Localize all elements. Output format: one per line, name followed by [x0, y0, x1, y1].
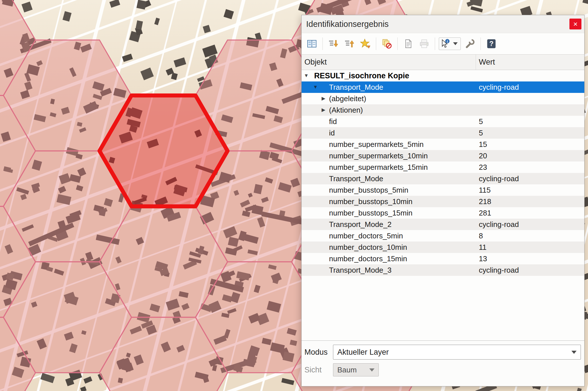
- toolbar-separator: [435, 37, 435, 50]
- clear-results-icon: [382, 39, 392, 49]
- copy-feature-button[interactable]: [401, 37, 415, 51]
- panel-toolbar: i ?: [302, 33, 584, 55]
- expand-all-button[interactable]: [326, 37, 340, 51]
- close-button[interactable]: ×: [569, 19, 581, 29]
- attribute-value: 115: [476, 184, 584, 196]
- attribute-row[interactable]: Transport_Mode cycling-road: [302, 173, 584, 184]
- attribute-row[interactable]: fid 5: [302, 116, 584, 127]
- clear-results-button[interactable]: [380, 37, 394, 51]
- expand-icon[interactable]: ▶: [322, 96, 325, 101]
- attribute-row[interactable]: number_supermarkets_15min 23: [302, 161, 584, 173]
- sicht-label: Sicht: [304, 366, 333, 374]
- attribute-row[interactable]: number_busstops_15min 281: [302, 207, 584, 219]
- identify-results-panel: Identifikationsergebnis ×: [301, 15, 585, 386]
- modus-row: Modus Aktueller Layer: [304, 345, 581, 360]
- copy-icon: [403, 39, 413, 49]
- sicht-row: Sicht Baum: [304, 363, 581, 376]
- toolbar-separator: [376, 37, 376, 50]
- collapse-all-icon: [344, 39, 354, 49]
- identify-dropdown-caret[interactable]: [453, 42, 458, 45]
- feature-label: Transport_Mode: [329, 83, 383, 92]
- wrench-icon: [465, 39, 475, 49]
- results-tree: ▼ RESULT_isochrone Kopie ▼ Transport_Mod…: [302, 70, 584, 276]
- attribute-row[interactable]: number_busstops_5min 115: [302, 184, 584, 196]
- attribute-value: 13: [476, 253, 584, 264]
- attribute-row[interactable]: Transport_Mode_3 cycling-road: [302, 264, 584, 276]
- identify-cursor-icon: i: [440, 39, 450, 49]
- attribute-value: 281: [476, 207, 584, 219]
- print-button: [417, 37, 431, 51]
- group-label: (Aktionen): [329, 106, 363, 115]
- actions-group-row[interactable]: ▶ (Aktionen): [302, 104, 584, 116]
- column-header-wert[interactable]: Wert: [476, 55, 584, 70]
- selected-feature-row[interactable]: ▼ Transport_Mode cycling-road: [302, 81, 584, 93]
- toolbar-separator: [481, 37, 481, 50]
- expand-new-results-button[interactable]: [358, 37, 372, 51]
- attribute-name: number_doctors_10min: [329, 243, 407, 252]
- results-empty-area: [302, 276, 584, 340]
- layer-name: RESULT_isochrone Kopie: [314, 71, 409, 80]
- attribute-value: 11: [476, 242, 584, 253]
- attribute-value: 20: [476, 150, 584, 161]
- attribute-row[interactable]: number_doctors_5min 8: [302, 230, 584, 242]
- modus-label: Modus: [304, 348, 333, 357]
- derived-group-row[interactable]: ▶ (abgeleitet): [302, 93, 584, 104]
- printer-icon: [419, 39, 429, 49]
- attribute-row[interactable]: number_supermarkets_5min 15: [302, 139, 584, 150]
- attribute-row[interactable]: id 5: [302, 127, 584, 139]
- sicht-combobox[interactable]: Baum: [333, 363, 379, 376]
- modus-combobox[interactable]: Aktueller Layer: [333, 345, 581, 360]
- attribute-row[interactable]: number_doctors_15min 13: [302, 253, 584, 264]
- chevron-down-icon: [571, 351, 577, 354]
- sicht-value: Baum: [337, 366, 369, 374]
- expand-icon[interactable]: ▶: [322, 107, 325, 112]
- attribute-row[interactable]: number_supermarkets_10min 20: [302, 150, 584, 161]
- attribute-value: 5: [476, 127, 584, 139]
- form-view-icon: [307, 39, 317, 49]
- attribute-value: 15: [476, 139, 584, 150]
- column-header-objekt[interactable]: Objekt: [302, 55, 476, 70]
- attribute-name: Transport_Mode_3: [329, 266, 392, 275]
- open-form-button[interactable]: [305, 37, 319, 51]
- attribute-name: number_supermarkets_5min: [329, 140, 424, 149]
- star-icon: [360, 39, 370, 49]
- modus-value: Aktueller Layer: [337, 348, 571, 357]
- attribute-name: number_supermarkets_15min: [329, 163, 428, 172]
- attribute-name: number_busstops_10min: [329, 197, 412, 206]
- attribute-name: number_busstops_5min: [329, 186, 408, 195]
- attribute-value: cycling-road: [476, 219, 584, 230]
- attribute-value: cycling-road: [476, 264, 584, 276]
- help-icon: ?: [486, 39, 497, 49]
- group-label: (abgeleitet): [329, 94, 366, 103]
- attribute-value: 5: [476, 116, 584, 127]
- toolbar-separator: [322, 37, 323, 50]
- panel-titlebar[interactable]: Identifikationsergebnis ×: [302, 15, 584, 33]
- collapse-all-button[interactable]: [342, 37, 356, 51]
- qgis-screen: Identifikationsergebnis ×: [0, 0, 588, 391]
- attribute-name: number_supermarkets_10min: [329, 151, 428, 160]
- panel-footer: Modus Aktueller Layer Sicht Baum: [302, 340, 584, 386]
- attribute-name: number_doctors_15min: [329, 254, 407, 263]
- toolbar-separator: [397, 37, 398, 50]
- attribute-name: Transport_Mode_2: [329, 220, 392, 229]
- svg-text:?: ?: [489, 40, 494, 47]
- chevron-down-icon: [369, 368, 374, 372]
- attribute-name: fid: [329, 117, 337, 126]
- attribute-row[interactable]: number_busstops_10min 218: [302, 196, 584, 207]
- panel-title: Identifikationsergebnis: [306, 19, 569, 29]
- attribute-name: id: [329, 129, 335, 137]
- feature-value: cycling-road: [476, 81, 584, 93]
- collapse-icon[interactable]: ▼: [304, 73, 309, 78]
- attribute-name: Transport_Mode: [329, 174, 383, 183]
- identify-mode-button[interactable]: i: [439, 37, 461, 50]
- attribute-value: cycling-road: [476, 173, 584, 184]
- attribute-row[interactable]: number_doctors_10min 11: [302, 242, 584, 253]
- layer-row[interactable]: ▼ RESULT_isochrone Kopie: [302, 70, 584, 81]
- attribute-value: 218: [476, 196, 584, 207]
- identify-settings-button[interactable]: [463, 37, 477, 51]
- attribute-value: 8: [476, 230, 584, 242]
- attribute-row[interactable]: Transport_Mode_2 cycling-road: [302, 219, 584, 230]
- collapse-icon[interactable]: ▼: [313, 85, 318, 89]
- table-header: Objekt Wert: [302, 55, 584, 70]
- help-button[interactable]: ?: [485, 37, 498, 51]
